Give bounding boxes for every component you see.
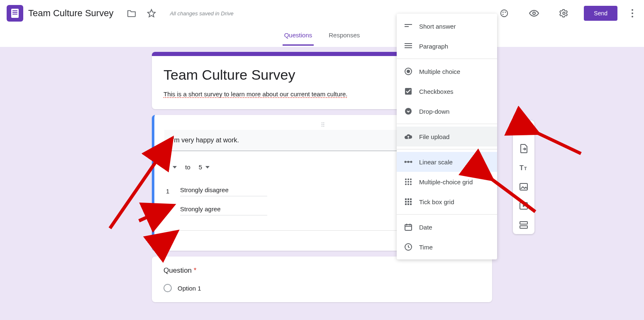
annotation-arrow [531,129,585,158]
svg-rect-34 [407,201,409,203]
svg-rect-31 [407,198,409,200]
svg-point-3 [503,14,504,15]
form-canvas: Team Culture Survey This is a short surv… [0,47,644,320]
svg-point-24 [405,181,407,183]
svg-rect-12 [520,222,527,224]
svg-point-21 [405,178,407,180]
calendar-icon [404,223,412,231]
svg-point-22 [407,178,409,180]
import-questions-icon[interactable] [519,144,529,154]
svg-point-29 [410,183,412,185]
chevron-down-icon [205,166,210,169]
svg-point-5 [563,12,566,15]
document-title[interactable]: Team Culture Survey [28,8,113,19]
palette-icon[interactable] [499,8,509,18]
type-tick-grid[interactable]: Tick box grid [397,192,497,212]
settings-icon[interactable] [559,8,569,18]
type-multiple-choice[interactable]: Multiple choice [397,61,497,81]
type-date[interactable]: Date [397,217,497,237]
star-icon[interactable] [146,8,156,18]
question-card-2[interactable]: Question * Option 1 [152,256,492,302]
required-asterisk: * [194,266,197,274]
svg-line-44 [535,132,581,154]
annotation-arrow [485,174,539,216]
svg-rect-38 [410,203,412,205]
svg-rect-35 [410,201,412,203]
svg-text:T: T [524,166,527,171]
scale-to-word: to [185,164,190,171]
svg-point-2 [505,12,506,13]
question-2-title[interactable]: Question * [163,266,481,275]
svg-rect-33 [405,201,407,203]
type-paragraph[interactable]: Paragraph [397,36,497,56]
type-file-upload[interactable]: File upload [397,127,497,147]
scale-high-label[interactable]: Strongly agree [180,205,267,215]
svg-rect-32 [410,198,412,200]
annotation-arrow [154,230,178,251]
radio-icon [163,284,172,292]
move-to-folder-icon[interactable] [127,8,137,18]
linear-scale-icon [404,158,412,166]
question-type-menu: Short answer Paragraph Multiple choice C… [397,14,497,259]
type-linear-scale[interactable]: Linear scale [397,152,497,172]
svg-rect-13 [520,226,527,228]
more-menu-icon[interactable] [627,9,637,17]
send-button[interactable]: Send [584,6,617,21]
svg-rect-36 [405,203,407,205]
square-grid-icon [404,198,412,206]
option-1-label[interactable]: Option 1 [178,285,201,292]
scale-to-select[interactable]: 5 [199,164,210,171]
svg-point-15 [407,70,410,73]
save-status: All changes saved in Drive [170,10,233,17]
svg-line-43 [156,234,174,248]
svg-point-26 [410,181,412,183]
tab-questions[interactable]: Questions [283,27,314,46]
type-mc-grid[interactable]: Multiple-choice grid [397,172,497,192]
checkbox-icon [404,87,412,95]
forms-logo [7,5,23,22]
clock-icon [404,243,412,251]
svg-line-45 [490,178,535,212]
paragraph-icon [404,42,412,50]
short-answer-icon [404,22,412,30]
svg-point-4 [533,12,535,15]
svg-point-27 [405,183,407,185]
tab-responses[interactable]: Responses [327,27,361,46]
svg-rect-37 [407,203,409,205]
scale-to-value: 5 [199,164,202,171]
svg-line-42 [139,207,170,221]
svg-point-23 [410,178,412,180]
radio-icon [404,67,412,76]
svg-rect-30 [405,198,407,200]
dot-grid-icon [404,178,412,186]
option-row-1[interactable]: Option 1 [163,284,481,292]
preview-icon[interactable] [529,8,539,18]
svg-text:T: T [520,164,524,171]
type-checkboxes[interactable]: Checkboxes [397,81,497,101]
svg-rect-39 [405,225,412,230]
add-title-icon[interactable]: TT [519,163,529,173]
scale-low-label[interactable]: Strongly disagree [180,186,267,196]
annotation-arrow [137,203,174,224]
add-question-icon[interactable] [519,125,529,134]
app-header: Team Culture Survey All changes saved in… [0,0,644,27]
dropdown-icon [404,107,412,115]
cloud-upload-icon [404,132,412,141]
tabs-bar: Questions Responses [0,27,644,46]
svg-point-17 [405,108,412,115]
svg-point-25 [407,181,409,183]
type-time[interactable]: Time [397,237,497,257]
type-short-answer[interactable]: Short answer [397,16,497,36]
svg-point-0 [501,10,508,17]
type-dropdown[interactable]: Drop-down [397,101,497,121]
svg-point-1 [503,12,504,13]
add-section-icon[interactable] [519,220,529,230]
svg-point-28 [407,183,409,185]
